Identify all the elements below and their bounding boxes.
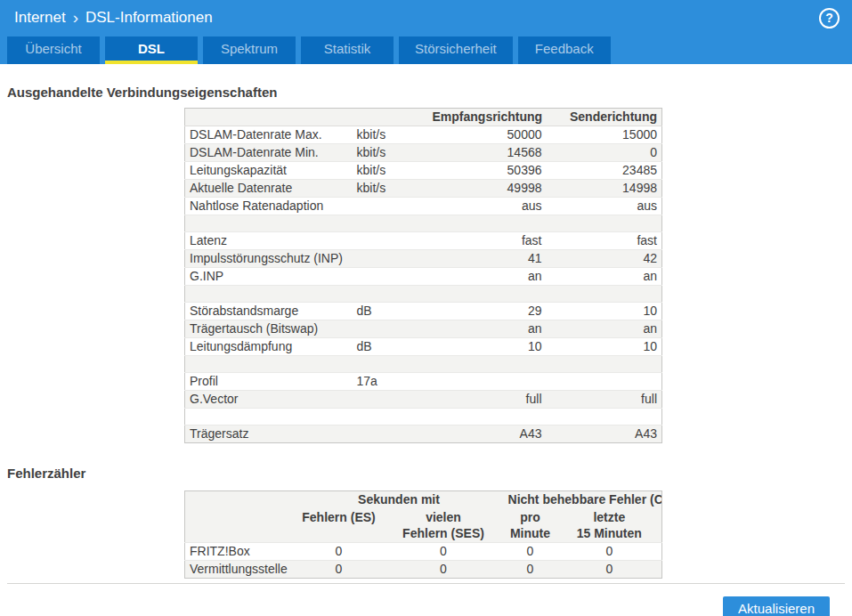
property-label: Latenz bbox=[185, 232, 353, 250]
group-header-seconds: Sekunden mit bbox=[295, 491, 504, 509]
tx-value bbox=[547, 356, 662, 373]
property-label: Trägertausch (Bitswap) bbox=[185, 320, 353, 338]
tab-statistik[interactable]: Statistik bbox=[301, 36, 394, 64]
connection-section-title: Ausgehandelte Verbindungseigenschaften bbox=[7, 85, 845, 100]
crc-last-15min-value: 0 bbox=[557, 543, 662, 561]
breadcrumb-separator-icon: › bbox=[73, 9, 78, 26]
unit-cell: kbit/s bbox=[353, 144, 428, 162]
breadcrumb-section[interactable]: Internet bbox=[14, 9, 66, 27]
refresh-button[interactable]: Aktualisieren bbox=[723, 596, 830, 616]
tx-value: 10 bbox=[547, 303, 662, 320]
table-row: G.Vectorfullfull bbox=[185, 391, 662, 409]
help-icon[interactable]: ? bbox=[819, 8, 840, 28]
tx-value: 42 bbox=[547, 250, 662, 268]
empty-header-cell bbox=[185, 491, 295, 509]
es-value: 0 bbox=[295, 561, 384, 579]
property-label: DSLAM-Datenrate Min. bbox=[185, 144, 353, 162]
property-label bbox=[185, 215, 353, 232]
error-counter-table: Sekunden mit Nicht behebbare Fehler (CRC… bbox=[184, 490, 662, 579]
table-row: DSLAM-Datenrate Min.kbit/s145680 bbox=[185, 144, 662, 162]
property-label: Leitungskapazität bbox=[185, 162, 353, 180]
property-label: G.INP bbox=[185, 268, 353, 286]
tx-value: aus bbox=[547, 198, 662, 215]
tab-uebersicht[interactable]: Übersicht bbox=[7, 36, 100, 64]
page-title: DSL-Informationen bbox=[85, 9, 213, 27]
column-header-es: Fehlern (ES) bbox=[295, 508, 384, 543]
rx-value: aus bbox=[428, 198, 547, 215]
unit-cell bbox=[353, 286, 428, 303]
column-header-crc-per-minute: pro Minute bbox=[504, 508, 557, 543]
property-label: Profil bbox=[185, 373, 353, 391]
table-row: StörabstandsmargedB2910 bbox=[185, 303, 662, 320]
unit-cell bbox=[353, 409, 428, 426]
property-label: Trägersatz bbox=[185, 426, 353, 443]
property-label: Nahtlose Ratenadaption bbox=[185, 198, 353, 215]
table-row bbox=[185, 356, 662, 373]
tx-value bbox=[547, 409, 662, 426]
rx-value: an bbox=[428, 268, 547, 286]
connection-table-header-row: Empfangsrichtung Senderichtung bbox=[185, 109, 662, 126]
rx-value bbox=[428, 373, 547, 391]
table-row: G.INPanan bbox=[185, 268, 662, 286]
unit-cell: kbit/s bbox=[353, 126, 428, 144]
header-line: vielen bbox=[388, 509, 499, 525]
unit-cell bbox=[353, 268, 428, 286]
rx-value: 50396 bbox=[428, 162, 547, 180]
tab-feedback[interactable]: Feedback bbox=[518, 36, 611, 64]
ses-value: 0 bbox=[384, 561, 504, 579]
crc-per-minute-value: 0 bbox=[504, 543, 557, 561]
property-label: Impulsstörungsschutz (INP) bbox=[185, 250, 353, 268]
table-row bbox=[185, 286, 662, 303]
unit-cell: kbit/s bbox=[353, 180, 428, 198]
property-label bbox=[185, 356, 353, 373]
tx-value: an bbox=[547, 320, 662, 338]
rx-value bbox=[428, 215, 547, 232]
tx-value: 23485 bbox=[547, 162, 662, 180]
rx-value: full bbox=[428, 391, 547, 409]
header-line: pro bbox=[508, 509, 553, 525]
device-label: FRITZ!Box bbox=[185, 543, 295, 561]
rx-value: fast bbox=[428, 232, 547, 250]
rx-value: an bbox=[428, 320, 547, 338]
tx-value bbox=[547, 373, 662, 391]
empty-header-cell bbox=[353, 109, 428, 126]
crc-last-15min-value: 0 bbox=[557, 561, 662, 579]
table-row: TrägersatzA43A43 bbox=[185, 426, 662, 443]
property-label: Störabstandsmarge bbox=[185, 303, 353, 320]
unit-cell bbox=[353, 198, 428, 215]
rx-value: 49998 bbox=[428, 180, 547, 198]
tx-value: 0 bbox=[547, 144, 662, 162]
rx-value: 10 bbox=[428, 338, 547, 356]
table-row: Profil17a bbox=[185, 373, 662, 391]
table-row: Trägertausch (Bitswap)anan bbox=[185, 320, 662, 338]
tab-spektrum[interactable]: Spektrum bbox=[203, 36, 296, 64]
unit-cell bbox=[353, 320, 428, 338]
top-header-bar: Internet › DSL-Informationen ? bbox=[0, 0, 852, 36]
ses-value: 0 bbox=[384, 543, 504, 561]
table-row: Vermittlungsstelle0000 bbox=[185, 561, 662, 579]
property-label: DSLAM-Datenrate Max. bbox=[185, 126, 353, 144]
table-row: Latenzfastfast bbox=[185, 232, 662, 250]
property-label: Aktuelle Datenrate bbox=[185, 180, 353, 198]
unit-cell bbox=[353, 250, 428, 268]
table-row: Impulsstörungsschutz (INP)4142 bbox=[185, 250, 662, 268]
unit-cell: kbit/s bbox=[353, 162, 428, 180]
tab-dsl[interactable]: DSL bbox=[105, 36, 198, 64]
tab-bar: ÜbersichtDSLSpektrumStatistikStörsicherh… bbox=[0, 36, 852, 64]
property-label bbox=[185, 409, 353, 426]
rx-value bbox=[428, 409, 547, 426]
rx-value: 29 bbox=[428, 303, 547, 320]
property-label: G.Vector bbox=[185, 391, 353, 409]
crc-per-minute-value: 0 bbox=[504, 561, 557, 579]
table-row bbox=[185, 409, 662, 426]
header-line: Fehlern (ES) bbox=[299, 509, 379, 525]
unit-cell bbox=[353, 391, 428, 409]
table-row: DSLAM-Datenrate Max.kbit/s5000015000 bbox=[185, 126, 662, 144]
tx-value: full bbox=[547, 391, 662, 409]
property-label bbox=[185, 286, 353, 303]
header-line: 15 Minuten bbox=[562, 525, 658, 541]
tab-stoersicherheit[interactable]: Störsicherheit bbox=[399, 36, 513, 64]
table-row: LeitungsdämpfungdB1010 bbox=[185, 338, 662, 356]
connection-properties-table: Empfangsrichtung Senderichtung DSLAM-Dat… bbox=[184, 108, 662, 443]
error-table-group-header-row: Sekunden mit Nicht behebbare Fehler (CRC… bbox=[185, 491, 662, 509]
